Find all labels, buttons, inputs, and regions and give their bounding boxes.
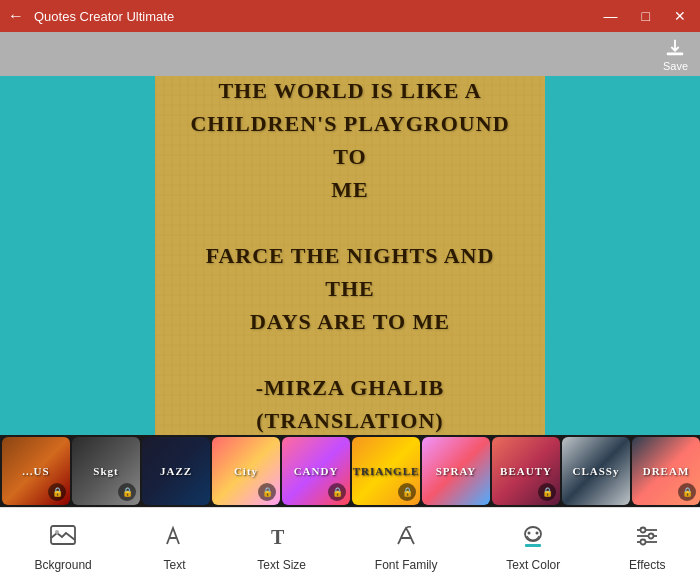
text-tool[interactable]: Text — [151, 516, 199, 578]
svg-point-13 — [641, 539, 646, 544]
text-color-tool[interactable]: Text Color — [496, 516, 570, 578]
svg-point-12 — [649, 533, 654, 538]
bottom-toolbar: Bckground Text T Text Size Font Family — [0, 507, 700, 585]
theme-label-jazz: JAZZ — [160, 465, 192, 477]
titlebar: ← Quotes Creator Ultimate — □ ✕ — [0, 0, 700, 32]
close-button[interactable]: ✕ — [668, 6, 692, 26]
theme-strip: ...US🔒Skgt🔒JAZZCity🔒CANDY🔒TRIANGLE🔒SPRAY… — [0, 435, 700, 507]
text-color-label: Text Color — [506, 558, 560, 572]
theme-item-city[interactable]: City🔒 — [212, 437, 280, 505]
font-family-label: Font Family — [375, 558, 438, 572]
titlebar-left: ← Quotes Creator Ultimate — [8, 7, 174, 25]
app-title: Quotes Creator Ultimate — [34, 9, 174, 24]
lock-icon-skgt: 🔒 — [118, 483, 136, 501]
effects-label: Effects — [629, 558, 665, 572]
theme-item-skgt[interactable]: Skgt🔒 — [72, 437, 140, 505]
svg-rect-0 — [667, 53, 684, 56]
lock-icon-us: 🔒 — [48, 483, 66, 501]
save-label: Save — [663, 60, 688, 72]
effects-icon — [633, 522, 661, 554]
lock-icon-city: 🔒 — [258, 483, 276, 501]
theme-label-classy: CLASSy — [573, 465, 620, 477]
background-tool[interactable]: Bckground — [24, 516, 101, 578]
svg-point-11 — [641, 527, 646, 532]
lock-icon-triangle: 🔒 — [398, 483, 416, 501]
theme-item-jazz[interactable]: JAZZ — [142, 437, 210, 505]
background-label: Bckground — [34, 558, 91, 572]
maximize-button[interactable]: □ — [636, 6, 656, 26]
save-button[interactable]: Save — [663, 36, 688, 72]
theme-label-city: City — [234, 465, 258, 477]
theme-label-candy: CANDY — [294, 465, 339, 477]
theme-item-beauty[interactable]: BEAUTY🔒 — [492, 437, 560, 505]
back-icon[interactable]: ← — [8, 7, 24, 25]
theme-item-dream[interactable]: DREAM🔒 — [632, 437, 700, 505]
svg-rect-7 — [525, 544, 541, 547]
lock-icon-beauty: 🔒 — [538, 483, 556, 501]
theme-label-skgt: Skgt — [93, 465, 118, 477]
theme-item-candy[interactable]: CANDY🔒 — [282, 437, 350, 505]
theme-label-triangle: TRIANGLE — [353, 465, 420, 477]
theme-item-us[interactable]: ...US🔒 — [2, 437, 70, 505]
quote-text: The World is Like a Children's Playgroun… — [155, 76, 545, 435]
minimize-button[interactable]: — — [598, 6, 624, 26]
text-size-label: Text Size — [257, 558, 306, 572]
font-family-icon — [392, 522, 420, 554]
effects-tool[interactable]: Effects — [619, 516, 675, 578]
theme-item-classy[interactable]: CLASSy — [562, 437, 630, 505]
theme-label-dream: DREAM — [643, 465, 690, 477]
svg-point-5 — [528, 531, 531, 534]
background-icon — [49, 522, 77, 554]
theme-label-spray: SPRAY — [436, 465, 477, 477]
save-icon — [664, 36, 686, 58]
text-size-icon: T — [268, 522, 296, 554]
text-size-tool[interactable]: T Text Size — [247, 516, 316, 578]
lock-icon-dream: 🔒 — [678, 483, 696, 501]
theme-label-us: ...US — [22, 465, 49, 477]
text-icon — [161, 522, 189, 554]
lock-icon-candy: 🔒 — [328, 483, 346, 501]
svg-point-2 — [55, 530, 59, 534]
svg-point-4 — [525, 527, 541, 541]
theme-item-triangle[interactable]: TRIANGLE🔒 — [352, 437, 420, 505]
canvas-area: The World is Like a Children's Playgroun… — [0, 76, 700, 435]
text-color-icon — [519, 522, 547, 554]
titlebar-controls: — □ ✕ — [598, 6, 692, 26]
text-label: Text — [164, 558, 186, 572]
theme-item-spray[interactable]: SPRAY — [422, 437, 490, 505]
top-toolbar: Save — [0, 32, 700, 76]
svg-text:T: T — [271, 526, 285, 548]
svg-point-6 — [536, 531, 539, 534]
font-family-tool[interactable]: Font Family — [365, 516, 448, 578]
quote-canvas: The World is Like a Children's Playgroun… — [155, 76, 545, 435]
theme-label-beauty: BEAUTY — [500, 465, 552, 477]
